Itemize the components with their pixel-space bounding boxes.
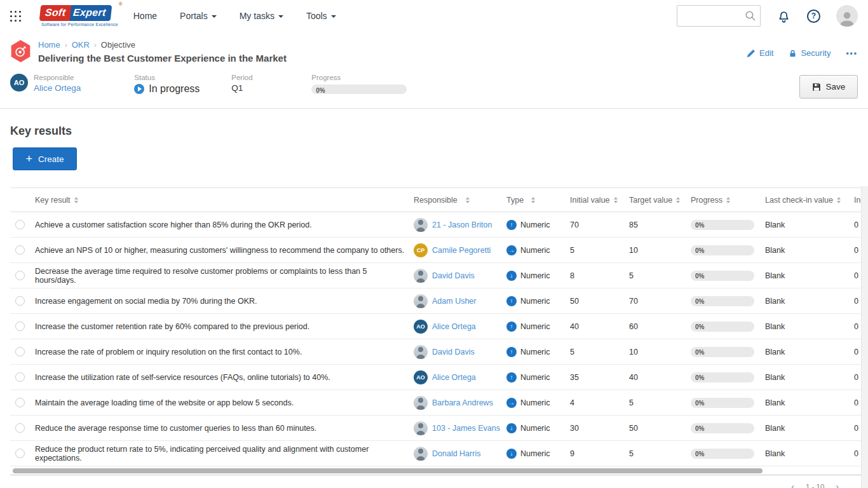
responsible-link[interactable]: Alice Ortega	[432, 373, 476, 382]
sort-icon[interactable]	[676, 197, 680, 203]
row-radio-button[interactable]	[15, 220, 25, 229]
responsible-link[interactable]: Alice Ortega	[432, 322, 476, 331]
app-grid-icon[interactable]	[10, 11, 21, 22]
responsible-link[interactable]: 21 - Jason Briton	[432, 220, 492, 229]
last-checkin-value: Blank	[765, 271, 854, 280]
row-progress-bar: 0%	[691, 449, 754, 459]
row-radio-button[interactable]	[15, 372, 25, 382]
page-title: Delivering the Best Customer Experience …	[38, 53, 287, 64]
column-header[interactable]: In	[854, 196, 860, 205]
row-radio-button[interactable]	[15, 398, 25, 407]
softexpert-logo[interactable]: Soft Expert ® Software for Performance E…	[40, 5, 118, 27]
chevron-down-icon	[331, 15, 336, 18]
sort-icon[interactable]	[726, 197, 730, 203]
responsible-initials-avatar: CP	[414, 243, 428, 257]
type-label: Numeric	[520, 220, 550, 229]
column-header[interactable]: Last check-in value	[765, 196, 833, 205]
row-progress-value: 0%	[691, 247, 704, 254]
row-radio-button[interactable]	[15, 296, 25, 306]
column-header[interactable]: Type	[506, 196, 524, 205]
okr-target-icon	[10, 40, 31, 62]
notifications-bell-icon[interactable]	[776, 9, 791, 24]
horizontal-scrollbar[interactable]	[10, 466, 868, 475]
vertical-scrollbar-track[interactable]	[861, 186, 868, 488]
nav-portals[interactable]: Portals	[180, 11, 217, 21]
responsible-photo-avatar	[414, 396, 428, 410]
responsible-link[interactable]: David Davis	[432, 271, 475, 280]
table-row: Maintain the average loading time of the…	[10, 390, 868, 416]
breadcrumb-home[interactable]: Home	[38, 40, 60, 50]
create-button[interactable]: + Create	[13, 147, 77, 170]
objective-progress-bar: 0%	[311, 85, 407, 94]
row-progress-value: 0%	[691, 222, 704, 229]
search-icon[interactable]	[745, 10, 756, 24]
table-row: Achieve an NPS of 10 or higher, measurin…	[10, 238, 868, 263]
responsible-link[interactable]: Donald Harris	[432, 449, 480, 458]
row-progress-value: 0%	[691, 298, 704, 305]
table-bottom-border	[10, 475, 868, 475]
column-header[interactable]: Initial value	[570, 196, 610, 205]
table-header-row: Key result Responsible Type Initial valu…	[10, 188, 868, 212]
row-radio-button[interactable]	[15, 347, 25, 356]
row-progress-bar: 0%	[691, 322, 754, 332]
logo-tagline: Software for Performance Excellence	[40, 22, 118, 27]
type-up-arrow-icon: ↑	[506, 296, 517, 306]
responsible-link[interactable]: David Davis	[432, 348, 475, 356]
period-value: Q1	[231, 83, 311, 93]
row-radio-button[interactable]	[15, 245, 25, 255]
edit-button[interactable]: Edit	[747, 48, 773, 58]
column-header[interactable]: Key result	[35, 196, 71, 205]
responsible-link[interactable]: Adam Usher	[432, 297, 476, 306]
last-checkin-value: Blank	[765, 246, 854, 255]
column-header[interactable]: Responsible	[414, 196, 458, 205]
responsible-link[interactable]: Barbara Andrews	[432, 398, 493, 407]
pagination: ‹ 1 - 10 ›	[0, 482, 839, 488]
security-button[interactable]: Security	[789, 48, 831, 58]
nav-home[interactable]: Home	[133, 11, 157, 21]
row-radio-button[interactable]	[15, 449, 25, 458]
row-radio-button[interactable]	[15, 322, 25, 331]
row-radio-button[interactable]	[15, 423, 25, 433]
responsible-link[interactable]: Camile Pegoretti	[432, 246, 491, 255]
more-actions-button[interactable]: •••	[846, 49, 858, 58]
last-checkin-value: Blank	[765, 220, 854, 229]
type-up-arrow-icon: ↑	[506, 220, 517, 230]
help-icon[interactable]: ?	[807, 10, 820, 23]
responsible-link[interactable]: 103 - James Evans	[432, 424, 500, 433]
key-results-table: Key result Responsible Type Initial valu…	[10, 187, 868, 475]
sort-icon[interactable]	[74, 197, 78, 203]
sort-icon[interactable]	[837, 197, 841, 203]
objective-info-row: AO Responsible Alice Ortega Status In pr…	[0, 74, 868, 100]
row-radio-button[interactable]	[15, 271, 25, 280]
sort-icon[interactable]	[531, 197, 535, 203]
type-label: Numeric	[520, 424, 550, 433]
table-row: Achieve a customer satisfaction score hi…	[10, 212, 868, 238]
table-row: Decrease the average time required to re…	[10, 263, 868, 288]
column-header[interactable]: Progress	[691, 196, 722, 205]
responsible-link[interactable]: Alice Ortega	[34, 83, 81, 93]
table-row: Reduce the product return rate to 5%, in…	[10, 441, 868, 466]
row-progress-value: 0%	[691, 425, 704, 432]
column-header[interactable]: Target value	[629, 196, 672, 205]
pagination-next-icon[interactable]: ›	[836, 482, 839, 488]
save-button[interactable]: Save	[799, 75, 858, 98]
user-avatar[interactable]	[836, 5, 858, 27]
last-checkin-value: Blank	[765, 373, 854, 382]
initial-value: 50	[570, 297, 629, 306]
responsible-photo-avatar	[414, 218, 428, 232]
sort-icon[interactable]	[466, 197, 470, 203]
period-label: Period	[231, 74, 311, 81]
nav-my-tasks[interactable]: My tasks	[240, 11, 283, 21]
breadcrumb-separator: ›	[65, 41, 67, 50]
row-progress-value: 0%	[691, 400, 704, 407]
pagination-prev-icon[interactable]: ‹	[791, 482, 794, 488]
row-progress-bar: 0%	[691, 245, 754, 255]
breadcrumb-okr[interactable]: OKR	[72, 40, 90, 50]
target-value: 10	[629, 348, 691, 356]
sort-icon[interactable]	[614, 197, 618, 203]
scrollbar-thumb[interactable]	[13, 468, 763, 473]
target-value: 10	[629, 246, 691, 255]
key-result-text: Increase the rate of problem or inquiry …	[35, 348, 414, 356]
lock-icon	[789, 49, 797, 58]
nav-tools[interactable]: Tools	[306, 11, 336, 21]
